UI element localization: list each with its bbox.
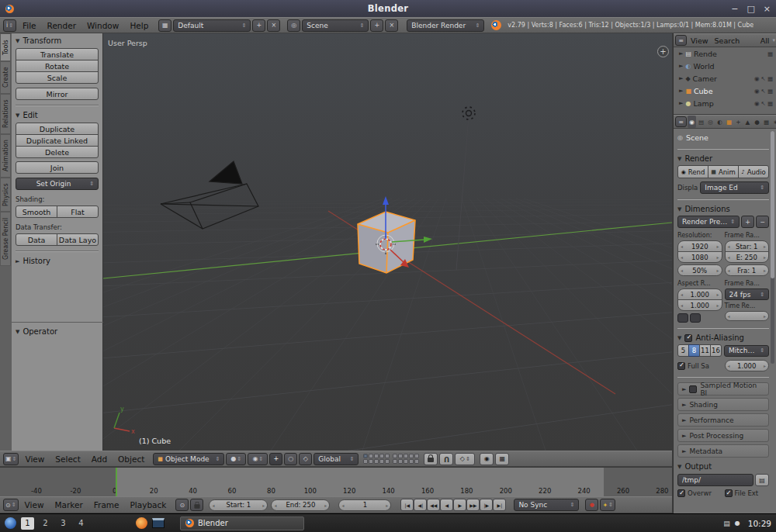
menu-help[interactable]: Help xyxy=(125,21,153,30)
selectability-icon[interactable]: ↖ xyxy=(761,75,766,82)
tab-physics[interactable]: Physics xyxy=(0,178,11,212)
layer-toggle[interactable] xyxy=(374,454,379,458)
resolution-y-field[interactable]: 1080 xyxy=(677,251,722,263)
pivot-point-select[interactable]: ◉ ⇕ xyxy=(248,453,268,465)
outliner-item-camera[interactable]: ► ◆ Camer ◉ ↖ ▦ xyxy=(674,72,776,85)
os-titlebar[interactable]: Blender − □ × xyxy=(0,0,776,17)
screen-layout-select[interactable]: Default⇕ xyxy=(173,19,251,32)
expand-icon[interactable]: ► xyxy=(679,88,683,94)
add-preset-button[interactable]: + xyxy=(741,216,754,228)
render-restrict-icon[interactable]: ▦ xyxy=(767,88,773,95)
remove-preset-button[interactable]: − xyxy=(756,216,769,228)
snap-toggle[interactable]: U xyxy=(439,453,453,465)
file-extensions-checkbox[interactable] xyxy=(725,489,733,497)
transform-orientation-select[interactable]: Global ⇕ xyxy=(314,453,359,465)
set-origin-dropdown[interactable]: Set Origin ⇕ xyxy=(16,178,99,190)
tab-modifiers[interactable]: + xyxy=(734,116,743,128)
frame-rate-select[interactable]: 24 fps ⇕ xyxy=(725,288,770,300)
layer-toggle[interactable] xyxy=(385,459,390,464)
end-frame-field[interactable]: End: 250 xyxy=(271,499,330,511)
outliner-item-lamp[interactable]: ► ● Lamp ◉ ↖ ▦ xyxy=(674,97,776,109)
shading-panel[interactable]: ► Shading xyxy=(677,398,769,411)
layer-toggle[interactable] xyxy=(398,454,403,458)
expand-icon[interactable]: ► xyxy=(679,75,683,81)
camera-object[interactable] xyxy=(161,161,258,229)
tab-material[interactable]: ● xyxy=(753,116,761,128)
opengl-render-button[interactable]: ◉ xyxy=(480,453,494,465)
minimize-button[interactable]: − xyxy=(731,4,738,14)
duplicate-linked-button[interactable]: Duplicate Linked xyxy=(16,134,99,147)
workspace-4-button[interactable]: 4 xyxy=(74,517,88,530)
lock-to-scene-toggle[interactable] xyxy=(424,453,438,465)
auto-keyframe-toggle[interactable]: ● xyxy=(585,499,598,511)
layer-toggle[interactable] xyxy=(409,459,414,464)
resolution-x-field[interactable]: 1920 xyxy=(677,240,722,252)
layer-toggle[interactable] xyxy=(363,454,368,458)
keying-set-button[interactable]: ✦ ⇕ xyxy=(600,499,615,511)
outliner-item-cube[interactable]: ► ■ Cube ◉ ↖ ▦ xyxy=(674,85,776,97)
previous-keyframe-button[interactable]: ◀| xyxy=(414,499,427,511)
tab-particles[interactable]: ∗ xyxy=(771,116,776,128)
expand-icon[interactable]: ► xyxy=(679,63,683,69)
mirror-button[interactable]: Mirror xyxy=(16,88,99,100)
current-frame-field[interactable]: 1 xyxy=(338,499,391,511)
menu-select[interactable]: Select xyxy=(50,454,85,464)
viewport-shading-select[interactable]: ● ⇕ xyxy=(226,453,246,465)
frame-end-field[interactable]: E: 250 xyxy=(725,251,770,263)
snap-element-select[interactable]: ◇ ⇕ xyxy=(455,453,475,465)
tab-render-layers[interactable]: ▤ xyxy=(697,116,705,128)
expand-icon[interactable]: ► xyxy=(679,100,683,106)
render-presets-select[interactable]: Render Presets ⇕ xyxy=(677,216,740,228)
add-scene-button[interactable]: + xyxy=(370,19,383,32)
menu-view[interactable]: View xyxy=(20,454,49,464)
visibility-icon[interactable]: ◉ xyxy=(754,75,760,82)
layer-toggle[interactable] xyxy=(369,454,373,458)
next-keyframe-button[interactable]: |▶ xyxy=(480,499,493,511)
play-button[interactable]: ▶ xyxy=(453,499,466,511)
3d-viewport[interactable]: x y User Persp (1) Cube + xyxy=(103,33,672,451)
aa-filter-select[interactable]: Mitchell- ⇕ xyxy=(724,345,769,357)
selectability-icon[interactable]: ↖ xyxy=(761,88,766,95)
duplicate-button[interactable]: Duplicate xyxy=(16,123,99,135)
tab-grease-pencil[interactable]: Grease Pencil xyxy=(0,212,11,266)
workspace-3-button[interactable]: 3 xyxy=(57,517,70,530)
sampled-motion-blur-panel[interactable]: ► Sampled Motion Bl xyxy=(677,382,769,396)
tab-render[interactable]: ◉ xyxy=(688,116,696,128)
visibility-icon[interactable]: ◉ xyxy=(754,100,760,107)
data-layout-transfer-button[interactable]: Data Layo xyxy=(57,233,99,246)
layer-toggle[interactable] xyxy=(393,459,397,464)
aa-filter-size-field[interactable]: 1.000 xyxy=(725,360,770,371)
current-frame-indicator[interactable] xyxy=(116,468,117,496)
workspace-2-button[interactable]: 2 xyxy=(39,517,52,530)
menu-view[interactable]: View xyxy=(688,36,711,45)
layer-toggle[interactable] xyxy=(374,459,379,464)
aa-samples-16-button[interactable]: 16 xyxy=(710,344,722,357)
motion-blur-checkbox[interactable] xyxy=(689,385,697,393)
tab-object-data[interactable]: ▲ xyxy=(743,116,752,128)
output-path-field[interactable]: /tmp/ xyxy=(677,474,753,486)
delete-layout-button[interactable]: × xyxy=(267,19,280,32)
menu-frame[interactable]: Frame xyxy=(89,500,124,510)
layer-toggle[interactable] xyxy=(398,459,403,464)
expand-icon[interactable]: ► xyxy=(679,50,683,57)
menu-playback[interactable]: Playback xyxy=(126,500,171,510)
tray-icon[interactable]: ▤ xyxy=(723,520,730,527)
full-sample-checkbox[interactable] xyxy=(677,362,685,370)
scene-select[interactable]: Scene⇕ xyxy=(302,19,369,32)
close-button[interactable]: × xyxy=(764,4,771,14)
tray-icon[interactable]: ● xyxy=(735,520,740,527)
render-restrict-icon[interactable]: ▦ xyxy=(767,75,773,82)
start-frame-field[interactable]: Start: 1 xyxy=(209,499,268,511)
maximize-button[interactable]: □ xyxy=(747,4,754,14)
layer-toggle[interactable] xyxy=(393,454,397,458)
transform-panel-header[interactable]: ▼ Transform xyxy=(16,36,99,45)
tab-object[interactable]: ■ xyxy=(725,116,733,128)
screen-layout-icon-button[interactable]: ▦ xyxy=(158,19,171,32)
menu-add[interactable]: Add xyxy=(87,454,112,464)
aa-samples-11-button[interactable]: 11 xyxy=(699,344,711,357)
outliner-item-renderlayers[interactable]: ► ▤ Rende ▦ xyxy=(674,47,776,60)
opengl-render-anim-button[interactable]: ▦ xyxy=(495,453,509,465)
taskbar-app-blender[interactable]: Blender xyxy=(180,516,304,530)
layer-toggle[interactable] xyxy=(404,459,408,464)
manipulator-scale-toggle[interactable]: ◇ xyxy=(299,453,312,465)
